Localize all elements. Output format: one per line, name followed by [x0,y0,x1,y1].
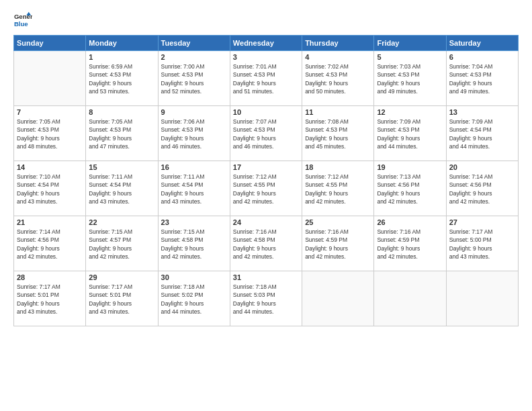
calendar-cell: 4Sunrise: 7:02 AMSunset: 4:53 PMDaylight… [302,51,374,106]
calendar-cell: 8Sunrise: 7:05 AMSunset: 4:53 PMDaylight… [86,106,158,161]
day-info: Sunrise: 7:09 AMSunset: 4:54 PMDaylight:… [449,118,515,150]
day-info: Sunrise: 7:18 AMSunset: 5:03 PMDaylight:… [233,283,299,316]
day-info: Sunrise: 7:16 AMSunset: 4:59 PMDaylight:… [305,228,371,261]
day-number: 4 [305,53,371,61]
day-number: 11 [305,108,371,116]
day-number: 15 [89,163,154,171]
calendar-cell [14,51,86,106]
day-info: Sunrise: 7:05 AMSunset: 4:53 PMDaylight:… [17,118,83,150]
day-number: 26 [377,218,443,226]
calendar-cell: 3Sunrise: 7:01 AMSunset: 4:53 PMDaylight… [230,51,302,106]
day-number: 12 [377,108,443,116]
calendar-cell: 5Sunrise: 7:03 AMSunset: 4:53 PMDaylight… [374,51,446,106]
day-number: 3 [233,53,299,61]
column-header-monday: Monday [86,36,158,51]
day-number: 27 [449,218,515,226]
day-number: 9 [161,108,227,116]
day-number: 14 [17,163,83,171]
day-number: 5 [377,53,443,61]
day-info: Sunrise: 7:15 AMSunset: 4:58 PMDaylight:… [161,228,227,261]
calendar-cell: 30Sunrise: 7:18 AMSunset: 5:02 PMDayligh… [158,271,230,326]
day-number: 22 [89,218,154,226]
calendar-week-0: 1Sunrise: 6:59 AMSunset: 4:53 PMDaylight… [14,51,519,106]
calendar-cell: 17Sunrise: 7:12 AMSunset: 4:55 PMDayligh… [230,161,302,216]
day-info: Sunrise: 7:17 AMSunset: 5:01 PMDaylight:… [17,283,83,316]
day-number: 6 [449,53,515,61]
calendar-cell: 12Sunrise: 7:09 AMSunset: 4:53 PMDayligh… [374,106,446,161]
day-info: Sunrise: 7:11 AMSunset: 4:54 PMDaylight:… [89,173,154,205]
calendar-cell: 10Sunrise: 7:07 AMSunset: 4:53 PMDayligh… [230,106,302,161]
day-number: 21 [17,218,83,226]
day-number: 29 [89,273,154,281]
day-info: Sunrise: 7:13 AMSunset: 4:56 PMDaylight:… [377,173,443,205]
day-number: 25 [305,218,371,226]
column-header-thursday: Thursday [302,36,374,51]
day-info: Sunrise: 7:07 AMSunset: 4:53 PMDaylight:… [233,118,299,150]
calendar-week-1: 7Sunrise: 7:05 AMSunset: 4:53 PMDaylight… [14,106,519,161]
calendar-cell [446,271,518,326]
calendar-cell: 6Sunrise: 7:04 AMSunset: 4:53 PMDaylight… [446,51,518,106]
calendar-cell: 16Sunrise: 7:11 AMSunset: 4:54 PMDayligh… [158,161,230,216]
day-info: Sunrise: 7:16 AMSunset: 4:59 PMDaylight:… [377,228,443,261]
day-number: 8 [89,108,154,116]
day-info: Sunrise: 7:04 AMSunset: 4:53 PMDaylight:… [449,62,515,95]
logo-icon: General Blue [13,11,32,30]
calendar-cell: 14Sunrise: 7:10 AMSunset: 4:54 PMDayligh… [14,161,86,216]
calendar-cell: 18Sunrise: 7:12 AMSunset: 4:55 PMDayligh… [302,161,374,216]
calendar-header-row: SundayMondayTuesdayWednesdayThursdayFrid… [14,36,519,51]
day-info: Sunrise: 7:11 AMSunset: 4:54 PMDaylight:… [161,173,227,205]
day-number: 20 [449,163,515,171]
day-info: Sunrise: 7:02 AMSunset: 4:53 PMDaylight:… [305,62,371,95]
day-number: 2 [161,53,227,61]
column-header-saturday: Saturday [446,36,518,51]
day-info: Sunrise: 6:59 AMSunset: 4:53 PMDaylight:… [89,62,154,95]
calendar-cell: 7Sunrise: 7:05 AMSunset: 4:53 PMDaylight… [14,106,86,161]
day-info: Sunrise: 7:14 AMSunset: 4:56 PMDaylight:… [449,173,515,205]
calendar-container: General Blue SundayMondayTuesdayWednesda… [0,0,532,411]
logo: General Blue [13,11,32,30]
calendar-cell: 13Sunrise: 7:09 AMSunset: 4:54 PMDayligh… [446,106,518,161]
day-number: 1 [89,53,154,61]
day-info: Sunrise: 7:18 AMSunset: 5:02 PMDaylight:… [161,283,227,316]
calendar-cell [374,271,446,326]
header: General Blue [13,11,519,30]
day-info: Sunrise: 7:17 AMSunset: 5:01 PMDaylight:… [89,283,154,316]
calendar-cell: 24Sunrise: 7:16 AMSunset: 4:58 PMDayligh… [230,216,302,271]
column-header-sunday: Sunday [14,36,86,51]
calendar-cell: 27Sunrise: 7:17 AMSunset: 5:00 PMDayligh… [446,216,518,271]
svg-text:Blue: Blue [14,20,28,28]
calendar-table: SundayMondayTuesdayWednesdayThursdayFrid… [13,35,519,326]
calendar-cell: 23Sunrise: 7:15 AMSunset: 4:58 PMDayligh… [158,216,230,271]
calendar-cell: 1Sunrise: 6:59 AMSunset: 4:53 PMDaylight… [86,51,158,106]
day-info: Sunrise: 7:01 AMSunset: 4:53 PMDaylight:… [233,62,299,95]
day-info: Sunrise: 7:06 AMSunset: 4:53 PMDaylight:… [161,118,227,150]
calendar-cell: 22Sunrise: 7:15 AMSunset: 4:57 PMDayligh… [86,216,158,271]
calendar-cell [302,271,374,326]
day-number: 28 [17,273,83,281]
calendar-cell: 28Sunrise: 7:17 AMSunset: 5:01 PMDayligh… [14,271,86,326]
calendar-cell: 11Sunrise: 7:08 AMSunset: 4:53 PMDayligh… [302,106,374,161]
calendar-week-3: 21Sunrise: 7:14 AMSunset: 4:56 PMDayligh… [14,216,519,271]
column-header-wednesday: Wednesday [230,36,302,51]
day-info: Sunrise: 7:05 AMSunset: 4:53 PMDaylight:… [89,118,154,150]
day-info: Sunrise: 7:12 AMSunset: 4:55 PMDaylight:… [305,173,371,205]
day-info: Sunrise: 7:03 AMSunset: 4:53 PMDaylight:… [377,62,443,95]
day-info: Sunrise: 7:08 AMSunset: 4:53 PMDaylight:… [305,118,371,150]
day-info: Sunrise: 7:15 AMSunset: 4:57 PMDaylight:… [89,228,154,261]
calendar-week-2: 14Sunrise: 7:10 AMSunset: 4:54 PMDayligh… [14,161,519,216]
calendar-cell: 2Sunrise: 7:00 AMSunset: 4:53 PMDaylight… [158,51,230,106]
day-info: Sunrise: 7:14 AMSunset: 4:56 PMDaylight:… [17,228,83,261]
day-info: Sunrise: 7:00 AMSunset: 4:53 PMDaylight:… [161,62,227,95]
day-number: 19 [377,163,443,171]
calendar-cell: 26Sunrise: 7:16 AMSunset: 4:59 PMDayligh… [374,216,446,271]
day-number: 24 [233,218,299,226]
day-info: Sunrise: 7:17 AMSunset: 5:00 PMDaylight:… [449,228,515,261]
day-number: 16 [161,163,227,171]
day-number: 18 [305,163,371,171]
day-number: 10 [233,108,299,116]
calendar-cell: 15Sunrise: 7:11 AMSunset: 4:54 PMDayligh… [86,161,158,216]
calendar-cell: 31Sunrise: 7:18 AMSunset: 5:03 PMDayligh… [230,271,302,326]
day-number: 30 [161,273,227,281]
day-number: 7 [17,108,83,116]
day-number: 17 [233,163,299,171]
